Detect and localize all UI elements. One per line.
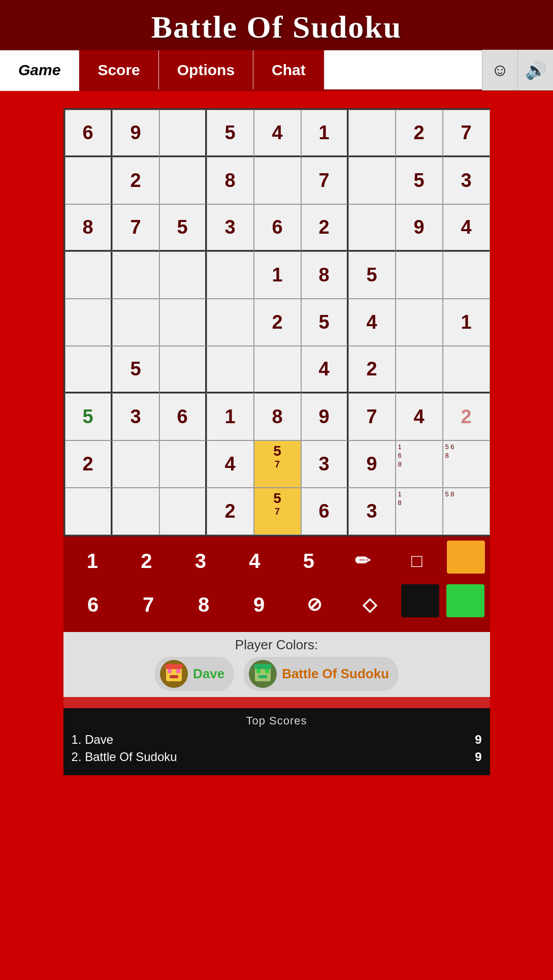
tab-options[interactable]: Options <box>159 50 253 89</box>
cell-6-4[interactable]: 8 <box>254 393 301 440</box>
cell-2-7[interactable]: 9 <box>396 204 443 251</box>
cell-2-1[interactable]: 7 <box>112 204 159 251</box>
cell-1-2[interactable] <box>159 157 207 204</box>
cell-5-0[interactable] <box>65 346 112 393</box>
tab-chat[interactable]: Chat <box>253 50 324 89</box>
cell-7-8[interactable]: 5 6 8 <box>443 440 490 488</box>
cell-7-6[interactable]: 9 <box>348 440 396 488</box>
cell-2-2[interactable]: 5 <box>159 204 207 251</box>
cell-8-6[interactable]: 3 <box>348 488 396 535</box>
cell-2-0[interactable]: 8 <box>65 204 112 251</box>
cell-6-8[interactable]: 2 <box>443 393 490 440</box>
pad-6[interactable]: 6 <box>69 584 117 625</box>
pad-3[interactable]: 3 <box>176 541 224 581</box>
cell-7-4[interactable]: 5 7 <box>254 440 301 488</box>
emoji-button[interactable]: ☺ <box>482 50 517 90</box>
cell-3-5[interactable]: 8 <box>301 251 348 299</box>
tab-score[interactable]: Score <box>79 50 158 89</box>
sound-button[interactable]: 🔊 <box>517 50 553 90</box>
pencil-icon[interactable]: ✏ <box>339 541 387 581</box>
cell-4-5[interactable]: 5 <box>301 299 348 346</box>
cell-2-4[interactable]: 6 <box>254 204 301 251</box>
cell-6-5[interactable]: 9 <box>301 393 348 440</box>
cell-7-7[interactable]: 1 6 8 <box>396 440 443 488</box>
cell-8-3[interactable]: 2 <box>207 488 254 535</box>
cell-0-2[interactable] <box>159 110 207 157</box>
cell-8-7[interactable]: 1 8 <box>396 488 443 535</box>
pad-5[interactable]: 5 <box>284 541 333 581</box>
cell-3-6[interactable]: 5 <box>348 251 396 299</box>
cell-0-8[interactable]: 7 <box>443 110 490 157</box>
cell-0-1[interactable]: 9 <box>112 110 159 157</box>
cell-0-7[interactable]: 2 <box>396 110 443 157</box>
cell-3-3[interactable] <box>207 251 254 299</box>
cell-5-3[interactable] <box>207 346 254 393</box>
cell-5-1[interactable]: 5 <box>112 346 159 393</box>
pad-2[interactable]: 2 <box>122 541 171 581</box>
cell-1-8[interactable]: 3 <box>443 157 490 204</box>
cell-1-0[interactable] <box>65 157 112 204</box>
swatch-black[interactable] <box>401 584 439 617</box>
cell-1-1[interactable]: 2 <box>112 157 159 204</box>
cell-8-4[interactable]: 5 7 <box>254 488 301 535</box>
cell-0-4[interactable]: 4 <box>254 110 301 157</box>
cell-1-5[interactable]: 7 <box>301 157 348 204</box>
cell-8-0[interactable] <box>65 488 112 535</box>
cell-6-0[interactable]: 5 <box>65 393 112 440</box>
square-icon[interactable]: □ <box>393 541 441 581</box>
cell-7-3[interactable]: 4 <box>207 440 254 488</box>
cell-6-3[interactable]: 1 <box>207 393 254 440</box>
pad-8[interactable]: 8 <box>180 584 228 625</box>
cell-6-7[interactable]: 4 <box>396 393 443 440</box>
cell-3-2[interactable] <box>159 251 207 299</box>
cell-1-7[interactable]: 5 <box>396 157 443 204</box>
cell-2-6[interactable] <box>348 204 396 251</box>
diamond-icon[interactable]: ◇ <box>346 584 394 625</box>
cell-4-2[interactable] <box>159 299 207 346</box>
swatch-orange[interactable] <box>447 541 485 574</box>
cell-0-6[interactable] <box>348 110 396 157</box>
cell-0-5[interactable]: 1 <box>301 110 348 157</box>
cell-4-0[interactable] <box>65 299 112 346</box>
pad-4[interactable]: 4 <box>231 541 279 581</box>
cell-7-0[interactable]: 2 <box>65 440 112 488</box>
pad-7[interactable]: 7 <box>124 584 173 625</box>
cell-8-1[interactable] <box>112 488 159 535</box>
no-icon[interactable]: ⊘ <box>290 584 339 625</box>
cell-1-3[interactable]: 8 <box>207 157 254 204</box>
cell-5-8[interactable] <box>443 346 490 393</box>
cell-4-1[interactable] <box>112 299 159 346</box>
pad-1[interactable]: 1 <box>68 541 116 581</box>
cell-6-2[interactable]: 6 <box>159 393 207 440</box>
cell-7-1[interactable] <box>112 440 159 488</box>
cell-5-2[interactable] <box>159 346 207 393</box>
cell-3-0[interactable] <box>65 251 112 299</box>
cell-1-4[interactable] <box>254 157 301 204</box>
cell-4-7[interactable] <box>396 299 443 346</box>
cell-3-8[interactable] <box>443 251 490 299</box>
cell-4-4[interactable]: 2 <box>254 299 301 346</box>
tab-game[interactable]: Game <box>0 50 79 91</box>
cell-0-3[interactable]: 5 <box>207 110 254 157</box>
cell-3-7[interactable] <box>396 251 443 299</box>
cell-3-1[interactable] <box>112 251 159 299</box>
cell-5-5[interactable]: 4 <box>301 346 348 393</box>
cell-3-4[interactable]: 1 <box>254 251 301 299</box>
cell-4-6[interactable]: 4 <box>348 299 396 346</box>
cell-4-3[interactable] <box>207 299 254 346</box>
cell-1-6[interactable] <box>348 157 396 204</box>
cell-7-5[interactable]: 3 <box>301 440 348 488</box>
cell-2-3[interactable]: 3 <box>207 204 254 251</box>
cell-7-2[interactable] <box>159 440 207 488</box>
pad-9[interactable]: 9 <box>235 584 283 625</box>
cell-6-1[interactable]: 3 <box>112 393 159 440</box>
cell-8-8[interactable]: 5 8 <box>443 488 490 535</box>
cell-5-7[interactable] <box>396 346 443 393</box>
cell-2-8[interactable]: 4 <box>443 204 490 251</box>
cell-2-5[interactable]: 2 <box>301 204 348 251</box>
cell-5-6[interactable]: 2 <box>348 346 396 393</box>
swatch-green[interactable] <box>446 584 484 617</box>
cell-5-4[interactable] <box>254 346 301 393</box>
cell-8-5[interactable]: 6 <box>301 488 348 535</box>
cell-4-8[interactable]: 1 <box>443 299 490 346</box>
